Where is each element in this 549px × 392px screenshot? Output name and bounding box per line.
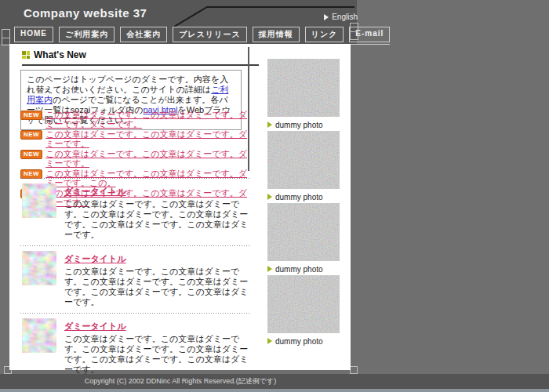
news-link[interactable]: この文章はダミーです。この文章はダミーです。ダミーです。ダミーです。 xyxy=(45,110,248,129)
english-link[interactable]: English xyxy=(292,13,358,21)
corner-mark xyxy=(350,366,358,374)
article-thumbnail-image xyxy=(22,183,56,218)
article-thumbnail-image xyxy=(22,318,56,353)
article-body: この文章はダミーです。この文章はダミーです。この文章はダミーです。この文章はダミ… xyxy=(64,334,256,375)
article-sections: ダミータイトル この文章はダミーです。この文章はダミーです。この文章はダミーです… xyxy=(9,177,260,392)
photo-caption-label: dummy photo xyxy=(275,337,323,346)
page-header: Company website 37 English HOME ご利用案内 会社… xyxy=(0,0,357,44)
nav-tab-company[interactable]: 会社案内 xyxy=(120,27,167,42)
main-nav: HOME ご利用案内 会社案内 プレスリリース 採用情報 リンク E-mail xyxy=(14,27,390,42)
news-item: NEW この文章はダミーです。この文章はダミーです。ダミーです。 xyxy=(20,129,248,148)
copyright-text: Copyright (C) 2002 DDNinc All Rights Res… xyxy=(0,376,361,387)
nav-tab-links[interactable]: リンク xyxy=(305,27,344,42)
whats-new-title: What's New xyxy=(34,49,86,60)
news-item: NEW この文章はダミーです。この文章はダミーです。ダミーです。ダミーです。 xyxy=(20,110,248,129)
nav-tab-guide[interactable]: ご利用案内 xyxy=(59,27,115,42)
photo-caption: dummy photo xyxy=(267,120,340,129)
arrow-right-icon xyxy=(267,266,272,272)
article-title-link[interactable]: ダミータイトル xyxy=(64,253,126,265)
grid-icon xyxy=(22,51,30,59)
footer-bar: Copyright (C) 2002 DDNinc All Rights Res… xyxy=(0,374,549,389)
new-badge: NEW xyxy=(20,111,42,120)
dotted-divider xyxy=(20,177,249,179)
nav-tab-press[interactable]: プレスリリース xyxy=(173,27,246,42)
dotted-divider xyxy=(20,245,249,246)
article-thumbnail-image xyxy=(22,251,56,285)
news-item: NEW この文章はダミーです。この文章はダミーです。ダミーです。 xyxy=(20,149,248,168)
nav-tab-home[interactable]: HOME xyxy=(14,27,53,42)
english-link-label: English xyxy=(332,13,358,21)
article-body: この文章はダミーです。この文章はダミーです。この文章はダミーです。この文章はダミ… xyxy=(64,199,256,240)
photo-caption-label: dummy photo xyxy=(275,193,323,201)
bottom-strip xyxy=(0,389,549,392)
article-title-link[interactable]: ダミータイトル xyxy=(64,186,126,198)
news-link[interactable]: この文章はダミーです。この文章はダミーです。ダミーです。 xyxy=(45,149,248,168)
dummy-photo-image xyxy=(267,131,340,189)
corner-mark xyxy=(2,29,10,45)
site-title: Company website 37 xyxy=(24,6,147,20)
whats-new-heading: What's New xyxy=(22,49,86,60)
article-item: ダミータイトル この文章はダミーです。この文章はダミーです。この文章はダミーです… xyxy=(9,314,260,379)
article-item: ダミータイトル この文章はダミーです。この文章はダミーです。この文章はダミーです… xyxy=(9,246,260,312)
dummy-photo-image xyxy=(267,275,340,333)
arrow-right-icon xyxy=(267,194,272,200)
heading-rule xyxy=(22,64,259,66)
nav-tab-recruit[interactable]: 採用情報 xyxy=(253,27,300,42)
article-title-link[interactable]: ダミータイトル xyxy=(64,321,126,332)
news-link[interactable]: この文章はダミーです。この文章はダミーです。ダミーです。 xyxy=(45,129,248,148)
arrow-right-icon xyxy=(324,14,329,20)
photo-caption: dummy photo xyxy=(267,336,340,346)
photo-caption: dummy photo xyxy=(267,192,340,201)
new-badge: NEW xyxy=(20,130,42,140)
photo-caption: dummy photo xyxy=(267,264,340,274)
dotted-divider xyxy=(20,312,249,314)
photo-caption-label: dummy photo xyxy=(275,121,323,129)
arrow-right-icon xyxy=(267,122,272,128)
photo-column: dummy photo dummy photo dummy photo dumm… xyxy=(267,59,340,347)
arrow-right-icon xyxy=(267,338,272,344)
intro-text: このページはトップページのダミーです。内容を入れ替えてお使いください。このサイト… xyxy=(27,74,228,94)
new-badge: NEW xyxy=(20,150,42,159)
news-scroll-rule xyxy=(248,47,249,171)
content-area: What's New このページはトップページのダミーです。内容を入れ替えてお使… xyxy=(9,44,351,370)
corner-mark xyxy=(350,23,358,40)
browser-page: Company website 37 English HOME ご利用案内 会社… xyxy=(0,0,549,392)
photo-caption-label: dummy photo xyxy=(275,265,323,274)
dummy-photo-image xyxy=(267,203,340,261)
article-body: この文章はダミーです。この文章はダミーです。この文章はダミーです。この文章はダミ… xyxy=(64,267,256,307)
article-item: ダミータイトル この文章はダミーです。この文章はダミーです。この文章はダミーです… xyxy=(9,179,260,245)
dummy-photo-image xyxy=(267,59,340,117)
